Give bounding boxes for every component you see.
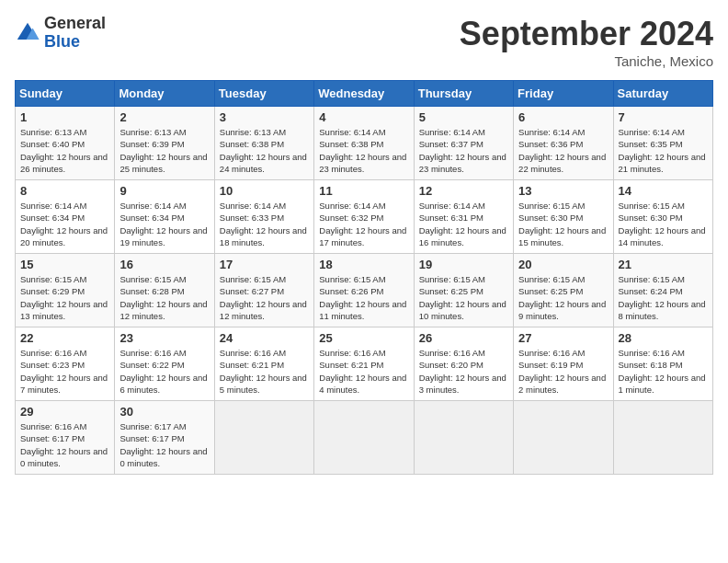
calendar-cell-4-1: 30Sunrise: 6:17 AMSunset: 6:17 PMDayligh…	[115, 401, 214, 475]
day-number: 25	[319, 331, 408, 345]
day-number: 20	[518, 258, 608, 271]
cell-info: Sunrise: 6:15 AMSunset: 6:25 PMDaylight:…	[419, 274, 506, 321]
cell-info: Sunrise: 6:15 AMSunset: 6:29 PMDaylight:…	[20, 274, 108, 321]
day-header-saturday: Saturday	[613, 81, 712, 107]
day-number: 12	[419, 184, 508, 198]
cell-info: Sunrise: 6:14 AMSunset: 6:36 PMDaylight:…	[518, 127, 606, 174]
calendar-cell-3-4: 26Sunrise: 6:16 AMSunset: 6:20 PMDayligh…	[414, 327, 513, 401]
logo-blue-text: Blue	[44, 33, 106, 52]
cell-info: Sunrise: 6:15 AMSunset: 6:28 PMDaylight:…	[119, 274, 207, 321]
calendar-cell-1-6: 14Sunrise: 6:15 AMSunset: 6:30 PMDayligh…	[613, 180, 712, 254]
day-number: 11	[319, 184, 408, 198]
cell-info: Sunrise: 6:16 AMSunset: 6:22 PMDaylight:…	[119, 348, 207, 395]
cell-info: Sunrise: 6:14 AMSunset: 6:38 PMDaylight:…	[319, 127, 406, 174]
calendar-cell-0-0: 1Sunrise: 6:13 AMSunset: 6:40 PMDaylight…	[16, 107, 115, 180]
calendar-cell-1-1: 9Sunrise: 6:14 AMSunset: 6:34 PMDaylight…	[115, 180, 214, 254]
day-number: 2	[119, 110, 209, 124]
calendar-cell-1-2: 10Sunrise: 6:14 AMSunset: 6:33 PMDayligh…	[214, 180, 313, 254]
calendar-cell-1-4: 12Sunrise: 6:14 AMSunset: 6:31 PMDayligh…	[414, 180, 513, 254]
day-number: 16	[119, 258, 209, 271]
calendar-cell-2-4: 19Sunrise: 6:15 AMSunset: 6:25 PMDayligh…	[414, 254, 513, 327]
calendar-cell-0-4: 5Sunrise: 6:14 AMSunset: 6:37 PMDaylight…	[414, 107, 513, 180]
calendar-cell-0-3: 4Sunrise: 6:14 AMSunset: 6:38 PMDaylight…	[314, 107, 414, 180]
calendar-cell-1-5: 13Sunrise: 6:15 AMSunset: 6:30 PMDayligh…	[514, 180, 613, 254]
day-number: 8	[20, 184, 109, 198]
month-title: September 2024	[460, 15, 713, 53]
cell-info: Sunrise: 6:14 AMSunset: 6:34 PMDaylight:…	[119, 201, 207, 247]
day-number: 14	[619, 184, 708, 198]
day-header-thursday: Thursday	[414, 81, 513, 107]
day-number: 29	[20, 405, 109, 419]
calendar-week-3: 22Sunrise: 6:16 AMSunset: 6:23 PMDayligh…	[16, 327, 713, 401]
day-number: 5	[419, 110, 508, 124]
day-number: 9	[119, 184, 209, 198]
calendar-cell-1-0: 8Sunrise: 6:14 AMSunset: 6:34 PMDaylight…	[16, 180, 115, 254]
day-number: 3	[220, 110, 309, 124]
calendar-table: SundayMondayTuesdayWednesdayThursdayFrid…	[15, 80, 713, 475]
page-header: General Blue September 2024 Taniche, Mex…	[15, 15, 713, 69]
calendar-cell-0-2: 3Sunrise: 6:13 AMSunset: 6:38 PMDaylight…	[214, 107, 313, 180]
day-number: 24	[220, 331, 309, 345]
calendar-week-4: 29Sunrise: 6:16 AMSunset: 6:17 PMDayligh…	[16, 401, 713, 475]
cell-info: Sunrise: 6:14 AMSunset: 6:32 PMDaylight:…	[319, 201, 406, 247]
day-number: 7	[619, 110, 708, 124]
calendar-cell-4-3	[314, 401, 414, 475]
calendar-cell-2-2: 17Sunrise: 6:15 AMSunset: 6:27 PMDayligh…	[214, 254, 313, 327]
day-number: 22	[20, 331, 109, 345]
day-number: 21	[619, 258, 708, 271]
cell-info: Sunrise: 6:14 AMSunset: 6:31 PMDaylight:…	[419, 201, 506, 247]
day-number: 23	[119, 331, 209, 345]
calendar-week-2: 15Sunrise: 6:15 AMSunset: 6:29 PMDayligh…	[16, 254, 713, 327]
cell-info: Sunrise: 6:17 AMSunset: 6:17 PMDaylight:…	[119, 421, 207, 468]
calendar-cell-2-1: 16Sunrise: 6:15 AMSunset: 6:28 PMDayligh…	[115, 254, 214, 327]
title-block: September 2024 Taniche, Mexico	[460, 15, 713, 69]
logo-general-text: General	[44, 15, 106, 33]
calendar-cell-1-3: 11Sunrise: 6:14 AMSunset: 6:32 PMDayligh…	[314, 180, 414, 254]
cell-info: Sunrise: 6:16 AMSunset: 6:17 PMDaylight:…	[20, 421, 108, 468]
day-number: 30	[119, 405, 209, 419]
logo-icon	[15, 20, 40, 46]
calendar-cell-0-5: 6Sunrise: 6:14 AMSunset: 6:36 PMDaylight…	[514, 107, 613, 180]
day-header-wednesday: Wednesday	[314, 81, 414, 107]
location: Taniche, Mexico	[460, 53, 713, 69]
day-number: 13	[518, 184, 608, 198]
calendar-cell-2-0: 15Sunrise: 6:15 AMSunset: 6:29 PMDayligh…	[16, 254, 115, 327]
day-number: 26	[419, 331, 508, 345]
calendar-week-1: 8Sunrise: 6:14 AMSunset: 6:34 PMDaylight…	[16, 180, 713, 254]
cell-info: Sunrise: 6:15 AMSunset: 6:27 PMDaylight:…	[220, 274, 307, 321]
day-number: 6	[518, 110, 608, 124]
day-number: 28	[619, 331, 708, 345]
cell-info: Sunrise: 6:13 AMSunset: 6:38 PMDaylight:…	[220, 127, 307, 174]
day-number: 1	[20, 110, 109, 124]
cell-info: Sunrise: 6:16 AMSunset: 6:20 PMDaylight:…	[419, 348, 506, 395]
cell-info: Sunrise: 6:14 AMSunset: 6:33 PMDaylight:…	[220, 201, 307, 247]
calendar-cell-3-0: 22Sunrise: 6:16 AMSunset: 6:23 PMDayligh…	[16, 327, 115, 401]
calendar-cell-4-6	[613, 401, 712, 475]
cell-info: Sunrise: 6:13 AMSunset: 6:39 PMDaylight:…	[119, 127, 207, 174]
calendar-cell-3-1: 23Sunrise: 6:16 AMSunset: 6:22 PMDayligh…	[115, 327, 214, 401]
cell-info: Sunrise: 6:16 AMSunset: 6:18 PMDaylight:…	[619, 348, 706, 395]
day-header-monday: Monday	[115, 81, 214, 107]
calendar-cell-4-2	[214, 401, 313, 475]
calendar-cell-4-5	[514, 401, 613, 475]
logo: General Blue	[15, 15, 106, 52]
day-number: 15	[20, 258, 109, 271]
cell-info: Sunrise: 6:15 AMSunset: 6:26 PMDaylight:…	[319, 274, 406, 321]
calendar-header-row: SundayMondayTuesdayWednesdayThursdayFrid…	[16, 81, 713, 107]
day-number: 19	[419, 258, 508, 271]
cell-info: Sunrise: 6:14 AMSunset: 6:37 PMDaylight:…	[419, 127, 506, 174]
day-number: 10	[220, 184, 309, 198]
calendar-cell-3-3: 25Sunrise: 6:16 AMSunset: 6:21 PMDayligh…	[314, 327, 414, 401]
cell-info: Sunrise: 6:16 AMSunset: 6:21 PMDaylight:…	[220, 348, 307, 395]
day-header-sunday: Sunday	[16, 81, 115, 107]
cell-info: Sunrise: 6:16 AMSunset: 6:23 PMDaylight:…	[20, 348, 108, 395]
day-number: 17	[220, 258, 309, 271]
cell-info: Sunrise: 6:14 AMSunset: 6:35 PMDaylight:…	[619, 127, 706, 174]
calendar-cell-2-5: 20Sunrise: 6:15 AMSunset: 6:25 PMDayligh…	[514, 254, 613, 327]
cell-info: Sunrise: 6:13 AMSunset: 6:40 PMDaylight:…	[20, 127, 108, 174]
day-number: 27	[518, 331, 608, 345]
day-header-tuesday: Tuesday	[214, 81, 313, 107]
calendar-cell-3-6: 28Sunrise: 6:16 AMSunset: 6:18 PMDayligh…	[613, 327, 712, 401]
calendar-cell-2-3: 18Sunrise: 6:15 AMSunset: 6:26 PMDayligh…	[314, 254, 414, 327]
calendar-cell-0-6: 7Sunrise: 6:14 AMSunset: 6:35 PMDaylight…	[613, 107, 712, 180]
